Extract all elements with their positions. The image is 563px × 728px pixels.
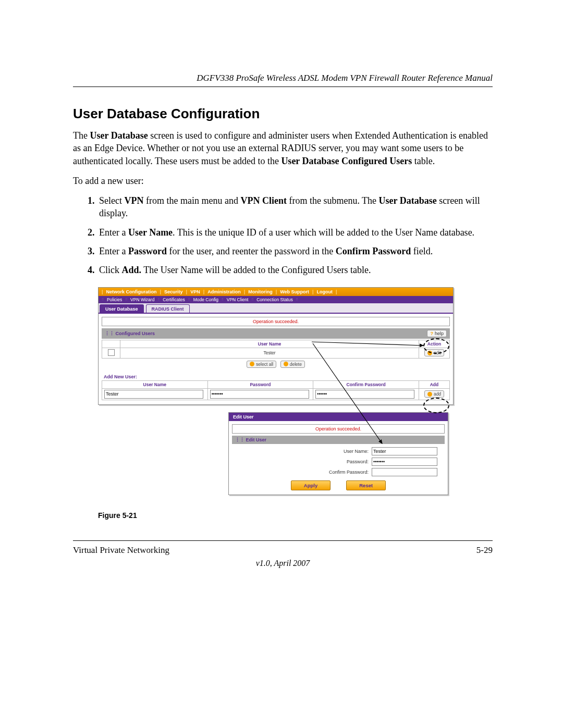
lead-text: To add a new user: <box>73 175 493 187</box>
col-add: Add <box>419 380 450 388</box>
step-1: Select VPN from the main menu and VPN Cl… <box>97 194 493 220</box>
row-checkbox[interactable] <box>108 349 115 356</box>
menu-monitoring[interactable]: Monitoring <box>248 289 273 294</box>
edit-operation-status: Operation succeeded. <box>232 424 445 434</box>
text: table. <box>412 156 435 166</box>
menu-network[interactable]: Network Configuration <box>106 289 157 294</box>
menu-administration[interactable]: Administration <box>207 289 241 294</box>
edit-user-screenshot: Edit User Operation succeeded. ⋮⋮ Edit U… <box>228 412 448 495</box>
add-new-user-label: Add New User: <box>104 374 453 379</box>
submenu-vpn-wizard[interactable]: VPN Wizard <box>130 297 154 302</box>
footer-page-number: 5-29 <box>476 545 493 556</box>
add-icon <box>427 392 432 397</box>
edit-user-titlebar: Edit User <box>229 413 448 421</box>
table-row: add <box>102 388 450 400</box>
figure-5-21: | Network Configuration| Security| VPN| … <box>98 287 463 506</box>
text: Click <box>99 265 122 275</box>
help-button[interactable]: ? help <box>427 330 447 337</box>
row-username: Tester <box>120 348 419 358</box>
edit-username-input[interactable] <box>372 447 437 455</box>
password-input[interactable] <box>210 390 309 399</box>
menu-security[interactable]: Security <box>164 289 183 294</box>
figure-caption: Figure 5-21 <box>98 511 493 520</box>
delete-icon <box>284 362 288 366</box>
bold-text: User Name <box>128 227 173 238</box>
tab-user-database[interactable]: User Database <box>100 304 144 313</box>
text: The User Name will be added to the Confi… <box>141 265 371 275</box>
main-menu: | Network Configuration| Security| VPN| … <box>99 288 453 296</box>
text: from the main menu and <box>143 195 240 206</box>
edit-password-label: Password: <box>347 459 369 464</box>
user-database-screenshot: | Network Configuration| Security| VPN| … <box>98 287 454 405</box>
intro-paragraph: The User Database screen is used to conf… <box>73 129 493 167</box>
reset-button[interactable]: Reset <box>346 480 386 490</box>
text: field. <box>411 246 433 256</box>
add-new-user-table: User Name Password Confirm Password Add … <box>102 380 450 400</box>
tab-radius-client[interactable]: RADIUS Client <box>146 304 190 313</box>
bold-text: Confirm Password <box>336 246 411 256</box>
text: for the user, and reenter the password i… <box>167 246 336 256</box>
confirm-password-input[interactable] <box>315 390 414 399</box>
username-input[interactable] <box>104 390 203 399</box>
check-icon <box>250 362 254 366</box>
text: Enter a <box>99 246 128 256</box>
menu-logout[interactable]: Logout <box>317 289 333 294</box>
bold-text: VPN Client <box>240 195 287 206</box>
submenu-connection-status[interactable]: Connection Status <box>256 297 292 302</box>
steps-list: Select VPN from the main menu and VPN Cl… <box>73 194 493 276</box>
step-4: Click Add. The User Name will be added t… <box>97 264 493 276</box>
section-heading: User Database Configuration <box>73 106 493 122</box>
edit-password-input[interactable] <box>372 458 437 466</box>
col-password: Password <box>207 380 313 388</box>
running-header: DGFV338 ProSafe Wireless ADSL Modem VPN … <box>73 73 493 87</box>
sub-menu: :: Policies:: VPN Wizard:: Certificates:… <box>99 296 453 303</box>
delete-button[interactable]: delete <box>280 361 305 368</box>
configured-users-header: ⋮⋮ Configured Users ? help <box>102 328 450 339</box>
text: Enter a <box>99 227 128 238</box>
edit-username-label: User Name: <box>344 449 369 454</box>
bold-text: User Database Configured Users <box>281 156 412 166</box>
panel-title: ⋮⋮ Configured Users <box>105 331 155 336</box>
tabs: User Database RADIUS Client <box>99 303 453 314</box>
operation-status: Operation succeeded. <box>102 317 450 326</box>
submenu-policies[interactable]: Policies <box>107 297 122 302</box>
configured-users-table: User Name Action Tester edit <box>102 340 450 359</box>
bold-text: Password <box>128 246 167 256</box>
menu-web-support[interactable]: Web Support <box>280 289 309 294</box>
edit-icon <box>427 351 432 355</box>
menu-vpn[interactable]: VPN <box>190 289 200 294</box>
bold-text: Add. <box>122 265 142 275</box>
bold-text: User Database <box>90 130 148 141</box>
col-confirm-password: Confirm Password <box>313 380 419 388</box>
select-all-button[interactable]: select all <box>247 361 276 368</box>
text: Select <box>99 195 124 206</box>
text: from the submenu. The <box>287 195 379 206</box>
table-row: Tester edit <box>102 348 450 358</box>
step-2: Enter a User Name. This is the unique ID… <box>97 226 493 239</box>
bold-text: User Database <box>379 195 437 206</box>
edit-confirm-password-input[interactable] <box>372 468 437 476</box>
page-footer: Virtual Private Networking 5-29 <box>73 540 493 556</box>
footer-version: v1.0, April 2007 <box>73 559 493 568</box>
edit-button[interactable]: edit <box>424 349 444 356</box>
text: . This is the unique ID of a user which … <box>173 227 474 238</box>
col-user-name: User Name <box>120 340 419 348</box>
bold-text: VPN <box>124 195 143 206</box>
help-icon: ? <box>430 331 433 336</box>
text: The <box>73 130 90 141</box>
step-3: Enter a Password for the user, and reent… <box>97 245 493 257</box>
col-action: Action <box>419 340 450 348</box>
footer-chapter: Virtual Private Networking <box>73 545 169 556</box>
add-button[interactable]: add <box>424 390 444 398</box>
apply-button[interactable]: Apply <box>291 480 331 490</box>
submenu-certificates[interactable]: Certificates <box>163 297 185 302</box>
submenu-vpn-client[interactable]: VPN Client <box>227 297 249 302</box>
col-user-name: User Name <box>102 380 208 388</box>
submenu-mode-config[interactable]: Mode Config <box>193 297 218 302</box>
edit-user-panel-header: ⋮⋮ Edit User <box>232 436 445 444</box>
edit-confirm-password-label: Confirm Password: <box>329 470 369 475</box>
